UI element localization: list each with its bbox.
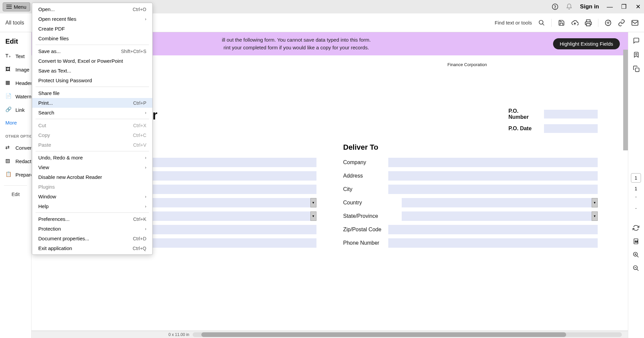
- ai-sparkle-icon[interactable]: [604, 19, 612, 27]
- svg-point-2: [539, 20, 543, 24]
- menu-item-create-pdf[interactable]: Create PDF: [32, 24, 152, 34]
- chevron-right-icon: ›: [145, 204, 146, 209]
- menu-item-label: Document properties...: [38, 236, 89, 241]
- menu-item-disable-new-acrobat-reader[interactable]: Disable new Acrobat Reader: [32, 172, 152, 182]
- menu-item-label: Save as Text...: [38, 68, 71, 74]
- dt-phone-field[interactable]: [388, 238, 598, 248]
- menu-separator: [36, 87, 149, 87]
- menu-item-open[interactable]: Open...Ctrl+O: [32, 4, 152, 14]
- mail-icon[interactable]: [631, 19, 639, 27]
- convert-icon: ⇄: [5, 144, 12, 151]
- menu-item-label: Search: [38, 110, 54, 115]
- page-number-input[interactable]: [631, 173, 641, 183]
- image-icon: 🖼: [5, 66, 12, 73]
- more-link[interactable]: More: [0, 116, 31, 129]
- menu-label: Menu: [14, 4, 27, 10]
- lp-item-header[interactable]: ▦Header: [0, 76, 31, 90]
- lp-item-link[interactable]: 🔗Link: [0, 103, 31, 116]
- sign-in-link[interactable]: Sign in: [580, 3, 599, 10]
- doc-header-company: Finance Corporation: [447, 62, 487, 67]
- menu-item-label: Open recent files: [38, 16, 76, 22]
- svg-rect-6: [632, 20, 638, 25]
- copy-icon[interactable]: [633, 65, 640, 73]
- menu-item-save-as[interactable]: Save as...Shift+Ctrl+S: [32, 46, 152, 56]
- menu-item-label: Paste: [38, 142, 51, 148]
- menu-item-window[interactable]: Window›: [32, 192, 152, 201]
- zoom-in-icon[interactable]: [632, 251, 640, 258]
- menu-item-open-recent-files[interactable]: Open recent files›: [32, 14, 152, 24]
- menu-shortcut: Shift+Ctrl+S: [121, 49, 146, 54]
- menu-item-document-properties[interactable]: Document properties...Ctrl+D: [32, 234, 152, 243]
- bookmark-icon[interactable]: [633, 51, 640, 58]
- lp-item-image[interactable]: 🖼Image: [0, 63, 31, 76]
- hamburger-icon: [6, 6, 12, 7]
- menu-item-label: Create PDF: [38, 26, 65, 32]
- menu-item-label: Window: [38, 194, 56, 199]
- menu-item-protection[interactable]: Protection›: [32, 224, 152, 234]
- text-icon: T₊: [5, 53, 12, 59]
- chevron-right-icon: ›: [145, 194, 146, 199]
- dt-city-field[interactable]: [388, 185, 598, 194]
- menu-item-combine-files[interactable]: Combine files: [32, 34, 152, 43]
- menu-item-preferences[interactable]: Preferences...Ctrl+K: [32, 214, 152, 224]
- menu-separator: [36, 119, 149, 119]
- menu-item-convert-to-word-excel-or-powerpoint[interactable]: Convert to Word, Excel or PowerPoint: [32, 56, 152, 66]
- comment-icon[interactable]: [633, 37, 640, 44]
- all-tools-link[interactable]: All tools: [5, 20, 24, 26]
- link-icon: 🔗: [5, 106, 12, 113]
- menu-shortcut: Ctrl+K: [133, 216, 146, 222]
- save-icon[interactable]: [558, 19, 565, 27]
- menu-item-search[interactable]: Search›: [32, 108, 152, 117]
- page-total: 1: [635, 186, 637, 191]
- menu-item-view[interactable]: View›: [32, 162, 152, 172]
- lp-item-text[interactable]: T₊Text: [0, 49, 31, 63]
- print-icon[interactable]: [585, 19, 592, 27]
- page-up-icon[interactable]: ˆ: [634, 195, 638, 203]
- page-navigator: 1 ˆ ˇ 1:1: [629, 173, 643, 272]
- page-down-icon[interactable]: ˇ: [634, 206, 638, 214]
- lp-item-watermark[interactable]: 📄Watermark: [0, 90, 31, 103]
- menu-item-protect-using-password[interactable]: Protect Using Password: [32, 76, 152, 85]
- menu-separator: [36, 212, 149, 213]
- menu-item-exit-application[interactable]: Exit applicationCtrl+Q: [32, 243, 152, 253]
- menu-item-print[interactable]: Print...Ctrl+P: [32, 98, 152, 108]
- horizontal-scrollbar[interactable]: [193, 332, 622, 337]
- menu-item-label: Exit application: [38, 245, 72, 251]
- help-icon[interactable]: [552, 3, 558, 10]
- chevron-right-icon: ›: [145, 227, 146, 231]
- edit-panel-title: Edit: [0, 38, 31, 49]
- menu-item-undo-redo-more[interactable]: Undo, Redo & more›: [32, 153, 152, 162]
- svg-text:1:1: 1:1: [635, 240, 638, 243]
- po-date-field[interactable]: [544, 124, 598, 133]
- dt-state-dropdown[interactable]: ▼: [402, 211, 598, 221]
- minimize-button[interactable]: —: [606, 3, 613, 10]
- rotate-icon[interactable]: [632, 224, 640, 232]
- bell-icon[interactable]: [566, 3, 573, 10]
- menu-item-share-file[interactable]: Share file: [32, 88, 152, 98]
- menu-separator: [36, 45, 149, 45]
- lp-item-redact[interactable]: ▨Redact: [0, 154, 31, 168]
- status-bar: 0 x 11.00 in: [32, 331, 628, 338]
- po-number-field[interactable]: [544, 110, 598, 118]
- menu-button[interactable]: Menu: [3, 2, 30, 11]
- dt-company-field[interactable]: [388, 158, 598, 167]
- link-icon[interactable]: [618, 19, 625, 27]
- menu-item-help[interactable]: Help›: [32, 201, 152, 211]
- zoom-out-icon[interactable]: [632, 264, 640, 272]
- svg-rect-3: [587, 23, 590, 26]
- maximize-button[interactable]: ❐: [621, 3, 627, 10]
- highlight-fields-button[interactable]: Highlight Existing Fields: [553, 38, 620, 49]
- fit-page-icon[interactable]: 1:1: [632, 238, 640, 245]
- menu-item-label: Plugins: [38, 184, 55, 190]
- dt-address-field[interactable]: [388, 171, 598, 181]
- menu-item-label: Print...: [38, 100, 53, 106]
- menu-item-save-as-text[interactable]: Save as Text...: [32, 66, 152, 76]
- dt-zip-field[interactable]: [388, 225, 598, 234]
- close-window-button[interactable]: ✕: [635, 3, 641, 10]
- upload-cloud-icon[interactable]: [571, 19, 579, 27]
- dt-country-dropdown[interactable]: ▼: [402, 198, 598, 207]
- lp-item-convert[interactable]: ⇄Convert: [0, 141, 31, 154]
- search-icon[interactable]: [538, 19, 545, 27]
- lp-item-prepare[interactable]: 📋Prepare: [0, 168, 31, 181]
- close-panel[interactable]: Edit: [4, 185, 27, 197]
